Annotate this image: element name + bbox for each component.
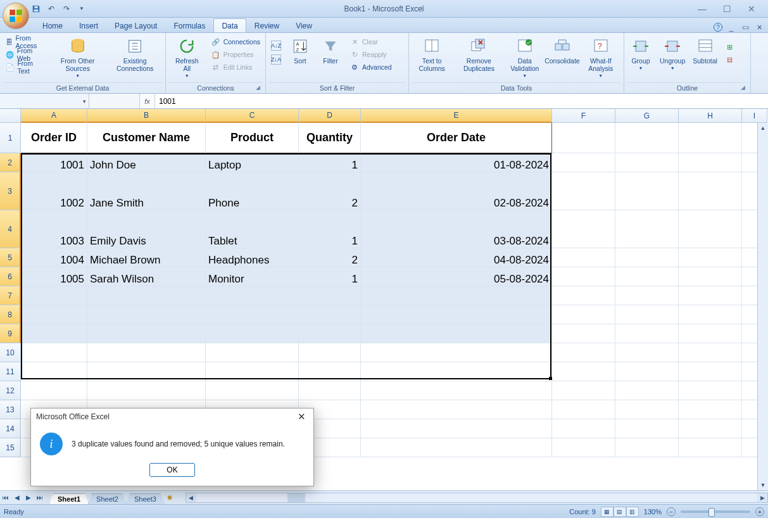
cell[interactable] [552, 267, 615, 286]
from-web-button[interactable]: 🌐From Web [3, 48, 48, 61]
row-header-2[interactable]: 2 [0, 153, 21, 172]
text-to-columns-button[interactable]: Text to Columns [412, 35, 452, 73]
cell[interactable] [552, 324, 615, 343]
cell[interactable] [552, 343, 615, 362]
cell[interactable] [679, 286, 742, 305]
cell[interactable] [552, 210, 615, 248]
cell[interactable] [615, 172, 679, 210]
cell[interactable]: Phone [206, 172, 299, 210]
what-if-button[interactable]: ?What-If Analysis▼ [581, 35, 621, 79]
cell[interactable] [679, 305, 742, 324]
name-box[interactable] [0, 94, 89, 108]
cell[interactable]: Product [206, 123, 299, 153]
cell[interactable] [87, 286, 206, 305]
cell[interactable] [87, 343, 206, 362]
cell[interactable] [615, 286, 679, 305]
cell[interactable] [552, 362, 615, 381]
scroll-right-icon[interactable]: ▶ [757, 493, 767, 502]
cell[interactable]: Monitor [206, 267, 299, 286]
cell[interactable] [679, 153, 742, 172]
ribbon-close-icon[interactable]: ✕ [754, 22, 764, 32]
scroll-left-icon[interactable]: ◀ [186, 493, 196, 502]
cell[interactable]: Emily Davis [87, 210, 206, 248]
row-header-1[interactable]: 1 [0, 123, 21, 153]
cell[interactable] [87, 305, 206, 324]
cell[interactable] [21, 324, 87, 343]
from-other-sources-button[interactable]: From Other Sources▼ [51, 35, 104, 79]
cell[interactable] [206, 343, 299, 362]
ribbon-restore-icon[interactable]: ▭ [740, 22, 750, 32]
cell[interactable]: Laptop [206, 153, 299, 172]
cell[interactable] [679, 400, 742, 419]
cell[interactable] [679, 362, 742, 381]
tab-review[interactable]: Review [246, 18, 287, 32]
cell[interactable] [87, 381, 206, 400]
cell[interactable] [21, 343, 87, 362]
refresh-all-button[interactable]: Refresh All▼ [168, 35, 206, 79]
cell[interactable] [552, 419, 615, 438]
cell[interactable]: Quantity [299, 123, 361, 153]
tab-view[interactable]: View [287, 18, 320, 32]
cell[interactable] [361, 305, 552, 324]
cell[interactable]: Order Date [361, 123, 552, 153]
cell[interactable] [87, 324, 206, 343]
consolidate-button[interactable]: Consolidate [546, 35, 578, 66]
tab-formulas[interactable]: Formulas [165, 18, 213, 32]
cell[interactable] [552, 123, 615, 153]
tab-insert[interactable]: Insert [71, 18, 106, 32]
cell[interactable] [615, 419, 679, 438]
connections-button[interactable]: 🔗Connections [208, 35, 263, 48]
cell[interactable]: 1003 [21, 210, 87, 248]
sheet-nav-next-icon[interactable]: ▶ [23, 492, 34, 504]
from-access-button[interactable]: 🗄From Access [3, 35, 48, 48]
cell[interactable]: 04-08-2024 [361, 248, 552, 267]
cell[interactable] [615, 324, 679, 343]
cell[interactable] [552, 305, 615, 324]
vertical-scrollbar[interactable]: ▲ ▼ [757, 123, 768, 490]
cell[interactable] [552, 286, 615, 305]
cell[interactable] [206, 324, 299, 343]
cell[interactable] [679, 343, 742, 362]
cell[interactable] [299, 324, 361, 343]
cell[interactable] [21, 362, 87, 381]
cell[interactable] [21, 286, 87, 305]
cell[interactable] [679, 248, 742, 267]
cell[interactable] [299, 362, 361, 381]
office-button[interactable] [3, 3, 29, 29]
data-validation-button[interactable]: Data Validation▼ [505, 35, 544, 79]
cell[interactable] [615, 267, 679, 286]
cell[interactable] [615, 362, 679, 381]
row-header-9[interactable]: 9 [0, 324, 21, 343]
row-header-5[interactable]: 5 [0, 248, 21, 267]
help-icon[interactable]: ? [714, 23, 722, 32]
row-header-15[interactable]: 15 [0, 438, 21, 457]
cell[interactable]: 1004 [21, 248, 87, 267]
cell[interactable]: Tablet [206, 210, 299, 248]
cell[interactable] [615, 210, 679, 248]
cell[interactable] [206, 305, 299, 324]
col-header-D[interactable]: D [299, 109, 361, 123]
cell[interactable] [87, 362, 206, 381]
cell[interactable] [679, 210, 742, 248]
scroll-up-icon[interactable]: ▲ [758, 123, 768, 133]
cell[interactable]: 01-08-2024 [361, 153, 552, 172]
cell[interactable] [361, 438, 552, 457]
qat-dropdown-icon[interactable]: ▼ [76, 3, 87, 15]
hide-detail-button[interactable]: ⊟ [722, 53, 738, 66]
group-button[interactable]: Group▼ [627, 35, 655, 72]
sheet-nav-prev-icon[interactable]: ◀ [11, 492, 23, 504]
existing-connections-button[interactable]: Existing Connections [107, 35, 163, 73]
from-text-button[interactable]: 📄From Text [3, 61, 48, 73]
cell[interactable] [361, 400, 552, 419]
cell[interactable] [361, 362, 552, 381]
cell[interactable]: 1 [299, 153, 361, 172]
select-all-corner[interactable] [0, 109, 21, 123]
minimize-button[interactable]: — [698, 4, 707, 14]
col-header-I[interactable]: I [742, 109, 767, 123]
cell[interactable] [361, 324, 552, 343]
row-header-10[interactable]: 10 [0, 343, 21, 362]
cell[interactable] [21, 305, 87, 324]
cell[interactable]: 2 [299, 248, 361, 267]
cell[interactable] [615, 153, 679, 172]
row-header-4[interactable]: 4 [0, 210, 21, 248]
